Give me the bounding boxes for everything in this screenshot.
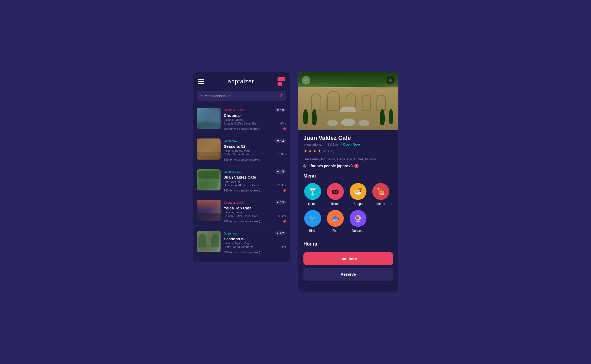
- star-5-empty: ★: [322, 149, 326, 154]
- open-now-status: Open Now: [343, 142, 360, 146]
- meats-icon-circle: 🍖: [372, 183, 389, 200]
- star-1: ★: [303, 149, 307, 154]
- open-status: Opens at 10:00: [224, 201, 244, 204]
- restaurant-card[interactable]: Opens at 10:00 ★ 4.0 Chopinar Italiana, …: [193, 104, 290, 134]
- restaurant-list: Opens at 10:00 ★ 4.0 Chopinar Italiana, …: [193, 104, 290, 262]
- soups-icon-circle: 🍜: [350, 183, 366, 200]
- restaurant-image: [197, 200, 221, 221]
- review-count: (23): [328, 149, 334, 153]
- section-divider: [303, 237, 393, 237]
- detail-type: International: [303, 142, 322, 146]
- menu-item-desserts[interactable]: 🍨 Desserts: [349, 210, 367, 233]
- restaurant-image: [197, 169, 221, 190]
- profile-icon[interactable]: [278, 77, 285, 86]
- app-header: apptaizer: [193, 72, 290, 91]
- price-text: €80 for two people (approx.): [224, 189, 260, 192]
- separator: ·: [340, 142, 341, 146]
- restaurant-name: Seasons 52: [224, 237, 286, 241]
- menu-item-birds[interactable]: 🐦 Birds: [303, 210, 322, 233]
- desserts-icon: 🍨: [354, 214, 362, 223]
- price-text: €80 for two people (approx.): [224, 127, 260, 130]
- back-button[interactable]: ‹: [302, 76, 310, 84]
- price-for-two: $80 for two people (approx.) z: [303, 164, 393, 168]
- rating-badge: ★ 4.8: [274, 169, 286, 174]
- price-text: €80 for two people (approx.): [224, 158, 260, 161]
- zomato-icon: z: [354, 164, 359, 168]
- distance: 400m: [279, 122, 286, 125]
- fish-icon: 🐟: [331, 214, 340, 223]
- meats-label: Meats: [376, 202, 385, 206]
- price-label: $80 for two people (approx.): [303, 164, 353, 168]
- menu-item-drinks[interactable]: 🍸 Drinks: [303, 183, 322, 206]
- restaurant-info: Open at 19:00 ★ 4.8 Juan Valdez Cafe Int…: [224, 169, 286, 192]
- cuisine-types: Italiana, Latina: [224, 211, 286, 214]
- menu-section-title: Menu: [303, 173, 393, 179]
- menu-grid: 🍸 Drinks 🎟 Tickets 🍜 S: [303, 183, 393, 233]
- price-text: €80 for two people (approx.): [224, 220, 260, 223]
- search-bar[interactable]: 6 Restaurants found ⧩: [197, 91, 286, 101]
- restaurant-card[interactable]: Open now ★ 4.2 Seasons 52 Italiana, Tipi…: [193, 135, 290, 165]
- image-overlay: [298, 72, 398, 130]
- restaurant-info: Open now ★ 4.2 Seasons 52 Italiana, Tipi…: [224, 231, 286, 254]
- action-buttons: I am here Reserve: [303, 252, 393, 282]
- drinks-icon-circle: 🍸: [304, 183, 321, 200]
- desserts-icon-circle: 🍨: [350, 210, 366, 227]
- reserve-button[interactable]: Reserve: [303, 268, 393, 281]
- distance: 3.5km: [278, 214, 286, 218]
- cuisine-types: Italiana, Tipica, Veg.: [224, 149, 286, 152]
- fish-label: Fish: [332, 229, 339, 233]
- menu-item-soups[interactable]: 🍜 Soups: [349, 183, 367, 206]
- tickets-icon-circle: 🎟: [327, 183, 344, 200]
- soups-label: Soups: [354, 202, 363, 206]
- birds-icon-circle: 🐦: [304, 210, 321, 227]
- favorite-button[interactable]: ♡: [386, 76, 395, 84]
- i-am-here-button[interactable]: I am here: [303, 252, 393, 265]
- soups-icon: 🍜: [354, 188, 362, 196]
- restaurant-card[interactable]: Opens at 10:00 ★ 3.9 Yales Top Cafe Ital…: [193, 197, 290, 227]
- meal-types: Brunch, Buffet, Cena, Bar: [224, 122, 257, 125]
- rating-badge: ★ 4.2: [274, 138, 286, 143]
- star-3: ★: [313, 149, 317, 154]
- separator: ·: [325, 142, 326, 146]
- price-text: €80 for two people (approx.): [224, 251, 260, 254]
- detail-content: Juan Valdez Cafe International · 2,0 km …: [298, 130, 398, 292]
- meal-types: Buffet, Cena, Almuerzo: [224, 153, 254, 156]
- right-panel: ‹ ♡ Juan Valdez Cafe International · 2,0…: [298, 72, 398, 292]
- tickets-icon: 🎟: [332, 188, 339, 196]
- main-container: apptaizer 6 Restaurants found ⧩: [193, 72, 398, 292]
- distance: 1.9km: [278, 245, 286, 248]
- filter-icon[interactable]: ⧩: [279, 93, 282, 98]
- restaurant-card[interactable]: Open now ★ 4.2 Seasons 52 Italiana, Tipi…: [193, 227, 290, 257]
- open-status: Opens at 10:00: [224, 108, 244, 112]
- restaurant-name: Yales Top Cafe: [224, 206, 286, 210]
- rating-badge: ★ 4.0: [274, 108, 286, 112]
- open-status: Open now: [224, 139, 237, 142]
- hamburger-menu-icon[interactable]: [198, 79, 204, 84]
- drinks-label: Drinks: [308, 202, 317, 206]
- menu-item-fish[interactable]: 🐟 Fish: [326, 210, 345, 233]
- detail-restaurant-name: Juan Valdez Cafe: [303, 135, 393, 141]
- detail-restaurant-image: ‹ ♡: [298, 72, 398, 130]
- hours-title: Hours: [303, 241, 393, 247]
- menu-item-tickets[interactable]: 🎟 Tickets: [326, 183, 345, 206]
- restaurant-card[interactable]: Open at 19:00 ★ 4.8 Juan Valdez Cafe Int…: [193, 166, 290, 196]
- cuisine-types: Italiana, Latina: [224, 118, 286, 121]
- menu-section: Menu 🍸 Drinks 🎟 Tickets: [303, 173, 393, 282]
- restaurant-info: Open now ★ 4.2 Seasons 52 Italiana, Tipi…: [224, 138, 286, 161]
- fish-icon-circle: 🐟: [327, 210, 344, 227]
- cuisine-types: Italiana, Tipica, Veg.: [224, 242, 286, 245]
- hours-section: Hours: [303, 241, 393, 247]
- rating-badge: ★ 3.9: [274, 200, 286, 205]
- restaurant-name: Seasons 52: [224, 144, 286, 149]
- rating-badge: ★ 4.2: [274, 231, 286, 236]
- distance: 2.0km: [278, 184, 286, 187]
- restaurant-info: Opens at 10:00 ★ 4.0 Chopinar Italiana, …: [224, 108, 286, 130]
- stars-row: ★ ★ ★ ★ ★ (23): [303, 149, 393, 154]
- restaurant-name: Chopinar: [224, 113, 286, 118]
- meal-types: Buffet, Cena, Almuerzo: [224, 245, 254, 248]
- left-panel: apptaizer 6 Restaurants found ⧩: [193, 72, 290, 262]
- restaurant-image: [197, 108, 221, 129]
- restaurant-image: [197, 138, 221, 160]
- open-status: Open at 19:00: [224, 170, 242, 173]
- menu-item-meats[interactable]: 🍖 Meats: [371, 183, 390, 206]
